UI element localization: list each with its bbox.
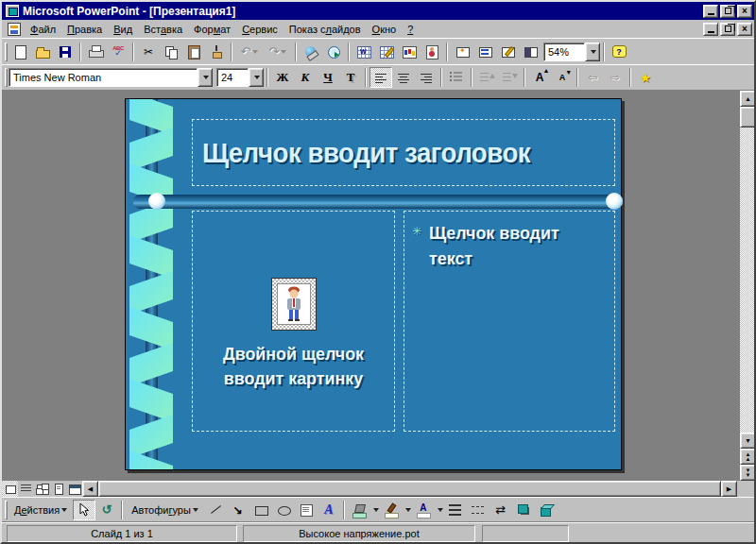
arrow-style-button[interactable]: ⇄ — [490, 500, 512, 520]
promote-button[interactable]: ⇦ — [581, 67, 604, 88]
print-button[interactable] — [84, 42, 107, 62]
new-button[interactable] — [9, 42, 31, 62]
clipart-frame[interactable] — [271, 278, 317, 331]
zoom-combobox[interactable]: 54% — [543, 42, 600, 61]
powerpoint-app-icon[interactable] — [6, 5, 19, 17]
format-painter-button[interactable] — [205, 42, 228, 62]
scroll-up-button[interactable]: ▲ — [740, 91, 754, 107]
slide-canvas[interactable]: Щелчок вводит заголовок — [125, 98, 622, 470]
align-right-button[interactable] — [415, 67, 438, 88]
align-center-button[interactable] — [392, 67, 415, 88]
menu-tools[interactable]: Сервис — [236, 22, 284, 37]
font-color-dropdown[interactable] — [435, 500, 444, 520]
autoshapes-menu-button[interactable]: Автофигуры — [126, 500, 204, 520]
font-size-combobox[interactable]: 24 — [216, 68, 264, 87]
oval-button[interactable] — [272, 500, 295, 520]
vertical-scrollbar[interactable]: ▲ ▼ ▲▲ ▼▼ — [740, 91, 754, 481]
toolbar-grip[interactable] — [5, 42, 8, 61]
menu-help[interactable]: ? — [402, 22, 419, 37]
zoom-dropdown-button[interactable] — [585, 42, 600, 61]
demote-button[interactable]: ⇨ — [604, 67, 627, 88]
fill-color-dropdown[interactable] — [370, 500, 380, 520]
black-white-view-button[interactable] — [519, 42, 541, 62]
draw-actions-menu-button[interactable]: Действия — [9, 500, 73, 520]
scroll-down-button[interactable]: ▼ — [740, 433, 754, 449]
line-button[interactable] — [204, 500, 227, 520]
new-slide-button[interactable] — [451, 42, 473, 62]
slide-view-button[interactable] — [2, 481, 18, 497]
free-rotate-button[interactable]: ↺ — [95, 500, 118, 520]
paste-button[interactable] — [182, 42, 205, 62]
copy-button[interactable] — [160, 42, 182, 62]
menu-insert[interactable]: Вставка — [138, 22, 188, 37]
redo-button[interactable]: ↷ — [264, 42, 292, 62]
arrow-button[interactable]: ↘ — [227, 500, 249, 520]
decrease-font-size-button[interactable]: А▼ — [551, 67, 574, 88]
align-left-button[interactable] — [369, 67, 392, 88]
slideshow-view-button[interactable] — [66, 481, 82, 497]
document-icon[interactable] — [8, 23, 21, 36]
slide-sorter-view-button[interactable] — [34, 481, 50, 497]
increase-font-size-button[interactable]: А▲ — [528, 67, 551, 88]
insert-word-table-button[interactable] — [352, 42, 375, 62]
dash-style-button[interactable] — [467, 500, 490, 520]
apply-design-button[interactable] — [496, 42, 519, 62]
rectangle-button[interactable] — [249, 500, 272, 520]
minimize-button[interactable] — [703, 5, 718, 18]
line-style-button[interactable] — [444, 500, 467, 520]
doc-minimize-button[interactable] — [703, 23, 718, 36]
spelling-button[interactable]: ABC ✓ — [107, 42, 129, 62]
menu-file[interactable]: Файл — [25, 22, 61, 37]
restore-button[interactable] — [720, 5, 735, 18]
cut-button[interactable]: ✂ — [137, 42, 160, 62]
increase-paragraph-spacing-button[interactable] — [475, 67, 498, 88]
decrease-paragraph-spacing-button[interactable] — [498, 67, 521, 88]
font-combobox[interactable]: Times New Roman — [9, 68, 213, 87]
help-button[interactable]: ? — [608, 42, 630, 62]
outline-view-button[interactable] — [18, 481, 34, 497]
common-tasks-button[interactable]: ★ — [634, 67, 657, 88]
shadow-button[interactable] — [512, 500, 535, 520]
three-d-button[interactable] — [535, 500, 558, 520]
slide-layout-button[interactable] — [473, 42, 496, 62]
web-toolbar-button[interactable] — [322, 42, 345, 62]
insert-hyperlink-button[interactable] — [300, 42, 322, 62]
scroll-right-button[interactable]: ▶ — [721, 481, 737, 497]
undo-button[interactable]: ↶ — [235, 42, 264, 62]
italic-button[interactable]: К — [294, 67, 317, 88]
picture-placeholder[interactable]: Двойной щелчок вводит картинку — [192, 211, 395, 432]
font-size-value[interactable]: 24 — [216, 68, 249, 87]
menu-format[interactable]: Формат — [188, 22, 236, 37]
bullets-button[interactable] — [445, 67, 468, 88]
previous-slide-button[interactable]: ▲▲ — [740, 449, 754, 465]
fill-color-button[interactable] — [348, 500, 370, 520]
menu-slideshow[interactable]: Показ слайдов — [284, 22, 367, 37]
line-color-button[interactable] — [380, 500, 403, 520]
zoom-value[interactable]: 54% — [543, 42, 585, 61]
insert-clipart-button[interactable] — [421, 42, 443, 62]
close-button[interactable]: × — [737, 5, 752, 18]
text-placeholder[interactable]: ✳ Щелчок вводит текст — [404, 211, 615, 432]
font-color-button[interactable]: А — [412, 500, 435, 520]
title-placeholder[interactable]: Щелчок вводит заголовок — [192, 119, 615, 186]
font-dropdown-button[interactable] — [198, 68, 213, 87]
menu-edit[interactable]: Правка — [61, 22, 108, 37]
text-box-button[interactable] — [295, 500, 318, 520]
underline-button[interactable]: Ч — [317, 67, 339, 88]
next-slide-button[interactable]: ▼▼ — [740, 465, 754, 481]
menu-window[interactable]: Окно — [367, 22, 403, 37]
notes-view-button[interactable] — [50, 481, 66, 497]
text-shadow-button[interactable]: Т — [339, 67, 362, 88]
doc-restore-button[interactable] — [720, 23, 735, 36]
vertical-scroll-track[interactable] — [740, 128, 754, 433]
select-objects-button[interactable] — [73, 500, 95, 520]
vertical-scroll-thumb[interactable] — [740, 107, 754, 128]
font-size-dropdown-button[interactable] — [249, 68, 264, 87]
doc-close-button[interactable]: × — [737, 23, 752, 36]
menu-view[interactable]: Вид — [108, 22, 138, 37]
insert-excel-sheet-button[interactable] — [375, 42, 398, 62]
save-button[interactable] — [54, 42, 77, 62]
toolbar-grip[interactable] — [5, 68, 8, 87]
toolbar-grip[interactable] — [5, 501, 8, 519]
insert-chart-button[interactable] — [398, 42, 421, 62]
